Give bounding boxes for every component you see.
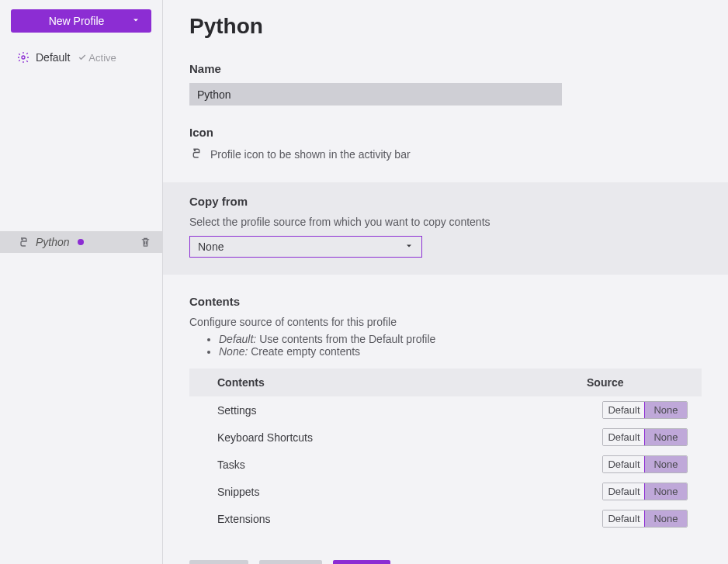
toggle-none[interactable]: None	[644, 428, 688, 446]
toggle-default[interactable]: Default	[603, 510, 645, 527]
toggle-default[interactable]: Default	[603, 429, 645, 445]
table-row: Snippets Default None	[189, 478, 702, 505]
svg-point-1	[22, 239, 23, 240]
source-toggle[interactable]: Default None	[602, 401, 688, 419]
name-label: Name	[189, 62, 702, 75]
snake-icon	[17, 236, 29, 248]
contents-label: Contents	[189, 295, 702, 308]
icon-description: Profile icon to be shown in the activity…	[210, 148, 411, 161]
contents-section: Contents Configure source of contents fo…	[163, 295, 728, 532]
footer-buttons: Cancel Preview Create	[189, 560, 728, 564]
main-panel: Python Name Icon Profile icon to be show…	[163, 0, 728, 564]
svg-point-0	[22, 56, 25, 59]
header-contents: Contents	[217, 376, 587, 389]
bullet-none: None: Create empty contents	[219, 345, 702, 358]
profile-name-input[interactable]	[189, 83, 562, 106]
name-section: Name	[163, 62, 728, 106]
sidebar-item-label: Python	[36, 236, 70, 248]
copy-from-value: None	[198, 240, 224, 253]
create-button[interactable]: Create	[333, 560, 390, 564]
source-toggle[interactable]: Default None	[602, 455, 688, 473]
bullet-default: Default: Use contents from the Default p…	[219, 333, 702, 345]
unsaved-dot-icon	[78, 239, 84, 245]
source-toggle[interactable]: Default None	[602, 510, 688, 528]
chevron-down-icon	[131, 15, 140, 27]
row-name: Settings	[217, 404, 602, 417]
source-toggle[interactable]: Default None	[602, 483, 688, 500]
new-profile-button[interactable]: New Profile	[11, 9, 151, 33]
page-title: Python	[189, 14, 728, 39]
contents-table-header: Contents Source	[189, 369, 702, 396]
svg-point-2	[194, 150, 195, 151]
toggle-none[interactable]: None	[644, 510, 688, 528]
new-profile-label: New Profile	[22, 15, 131, 27]
gear-icon	[17, 51, 29, 64]
row-name: Extensions	[217, 513, 602, 525]
toggle-none[interactable]: None	[644, 401, 688, 419]
contents-description: Configure source of contents for this pr…	[189, 316, 702, 328]
contents-bullets: Default: Use contents from the Default p…	[219, 333, 702, 358]
toggle-default[interactable]: Default	[603, 456, 645, 472]
toggle-default[interactable]: Default	[603, 483, 645, 500]
snake-icon[interactable]	[189, 147, 203, 162]
preview-button[interactable]: Preview	[259, 560, 323, 564]
toggle-none[interactable]: None	[644, 455, 688, 473]
copy-from-label: Copy from	[189, 195, 702, 208]
sidebar-item-label: Default	[36, 51, 70, 64]
row-name: Snippets	[217, 486, 602, 498]
cancel-button[interactable]: Cancel	[189, 560, 248, 564]
sidebar-item-default[interactable]: Default Active	[0, 47, 162, 68]
row-name: Keyboard Shortcuts	[217, 431, 602, 444]
toggle-none[interactable]: None	[644, 483, 688, 500]
table-row: Extensions Default None	[189, 505, 702, 532]
table-row: Keyboard Shortcuts Default None	[189, 424, 702, 451]
copy-from-select[interactable]: None	[189, 236, 422, 258]
toggle-default[interactable]: Default	[603, 402, 645, 418]
trash-icon[interactable]	[140, 237, 151, 248]
icon-section: Icon Profile icon to be shown in the act…	[163, 126, 728, 162]
active-badge: Active	[78, 52, 116, 64]
chevron-down-icon	[404, 240, 414, 253]
icon-label: Icon	[189, 126, 702, 139]
sidebar: New Profile Default Active Python	[0, 0, 163, 564]
source-toggle[interactable]: Default None	[602, 428, 688, 446]
row-name: Tasks	[217, 458, 602, 471]
copy-from-description: Select the profile source from which you…	[189, 216, 702, 228]
header-source: Source	[587, 376, 688, 389]
copy-from-section: Copy from Select the profile source from…	[163, 182, 728, 275]
table-row: Tasks Default None	[189, 451, 702, 478]
table-row: Settings Default None	[189, 396, 702, 424]
sidebar-item-python[interactable]: Python	[0, 231, 162, 253]
